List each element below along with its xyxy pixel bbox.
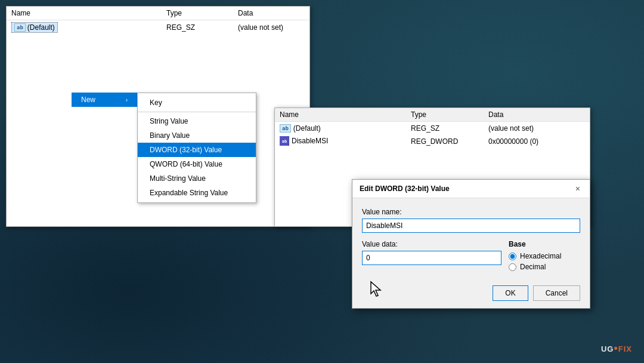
watermark-dot: • xyxy=(614,342,618,354)
col2-type: Type xyxy=(406,108,484,122)
name-cell: ab (Default) xyxy=(7,20,162,35)
edit-dword-dialog: Edit DWORD (32-bit) Value × Value name: … xyxy=(352,179,590,309)
hexadecimal-option[interactable]: Hexadecimal xyxy=(509,252,580,260)
dword-icon: ab xyxy=(280,136,289,146)
type-cell: REG_SZ xyxy=(162,20,233,35)
menu-item-multistring[interactable]: Multi-String Value xyxy=(138,171,256,186)
value-name-input[interactable] xyxy=(362,219,580,233)
col-data: Data xyxy=(233,7,309,20)
value-data-input[interactable] xyxy=(362,251,501,265)
menu-item-dword[interactable]: DWORD (32-bit) Value xyxy=(138,143,256,157)
base-radio-group: Hexadecimal Decimal xyxy=(509,252,580,271)
menu-item-binary[interactable]: Binary Value xyxy=(138,128,256,143)
col2-name: Name xyxy=(275,108,406,122)
table-row[interactable]: ab (Default) REG_SZ (value not set) xyxy=(275,122,590,135)
new-button-arrow: › xyxy=(126,97,128,103)
svg-text:ab: ab xyxy=(282,139,287,144)
cancel-button[interactable]: Cancel xyxy=(533,285,580,301)
value-data-section: Value data: xyxy=(362,240,501,271)
menu-item-key[interactable]: Key xyxy=(138,96,256,110)
ab-icon: ab xyxy=(14,23,26,32)
value-name-label: Value name: xyxy=(362,208,580,216)
menu-separator xyxy=(138,112,256,112)
dialog-body: Value name: Value data: Base Hexadecimal… xyxy=(352,198,590,281)
table-row[interactable]: ab DisableMSI REG_DWORD 0x00000000 (0) xyxy=(275,134,590,149)
type-cell-default: REG_SZ xyxy=(406,122,484,135)
base-label: Base xyxy=(509,240,580,248)
table-row[interactable]: ab (Default) REG_SZ (value not set) xyxy=(7,20,309,35)
base-section: Base Hexadecimal Decimal xyxy=(509,240,580,271)
dialog-close-button[interactable]: × xyxy=(573,184,583,193)
context-menu-area: New › Key String Value Binary Value DWOR… xyxy=(72,93,256,203)
hexadecimal-radio[interactable] xyxy=(509,253,516,260)
name-cell-default: ab (Default) xyxy=(275,122,406,135)
data-cell-default: (value not set) xyxy=(484,122,590,135)
dialog-title-text: Edit DWORD (32-bit) Value xyxy=(360,184,450,193)
default-entry: ab (Default) xyxy=(11,22,58,33)
value-data-label: Value data: xyxy=(362,240,501,248)
decimal-option[interactable]: Decimal xyxy=(509,263,580,271)
data-cell: (value not set) xyxy=(233,20,309,35)
watermark-ug: UG xyxy=(601,344,614,353)
menu-item-string[interactable]: String Value xyxy=(138,114,256,128)
ab-icon-2: ab xyxy=(280,124,291,133)
new-button-label: New xyxy=(81,96,95,104)
menu-item-expandable[interactable]: Expandable String Value xyxy=(138,186,256,200)
col2-data: Data xyxy=(484,108,590,122)
dialog-data-row: Value data: Base Hexadecimal Decimal xyxy=(362,240,580,271)
name-cell-disablemsi: ab DisableMSI xyxy=(275,134,406,149)
new-button[interactable]: New › xyxy=(72,93,137,107)
dialog-title-bar: Edit DWORD (32-bit) Value × xyxy=(352,180,590,198)
dialog-footer: OK Cancel xyxy=(352,281,590,308)
type-cell-disablemsi: REG_DWORD xyxy=(406,134,484,149)
ok-button[interactable]: OK xyxy=(493,285,528,301)
watermark: UG•FIX xyxy=(601,342,632,355)
registry-table-1: Name Type Data ab (Default) REG_SZ (valu… xyxy=(7,7,309,35)
decimal-radio[interactable] xyxy=(509,263,516,271)
col-name: Name xyxy=(7,7,162,20)
menu-item-qword[interactable]: QWORD (64-bit) Value xyxy=(138,157,256,171)
new-submenu: Key String Value Binary Value DWORD (32-… xyxy=(137,93,256,203)
data-cell-disablemsi: 0x00000000 (0) xyxy=(484,134,590,149)
registry-table-2: Name Type Data ab (Default) REG_SZ (valu… xyxy=(275,108,590,149)
col-type: Type xyxy=(162,7,233,20)
watermark-fix: FIX xyxy=(618,344,632,353)
